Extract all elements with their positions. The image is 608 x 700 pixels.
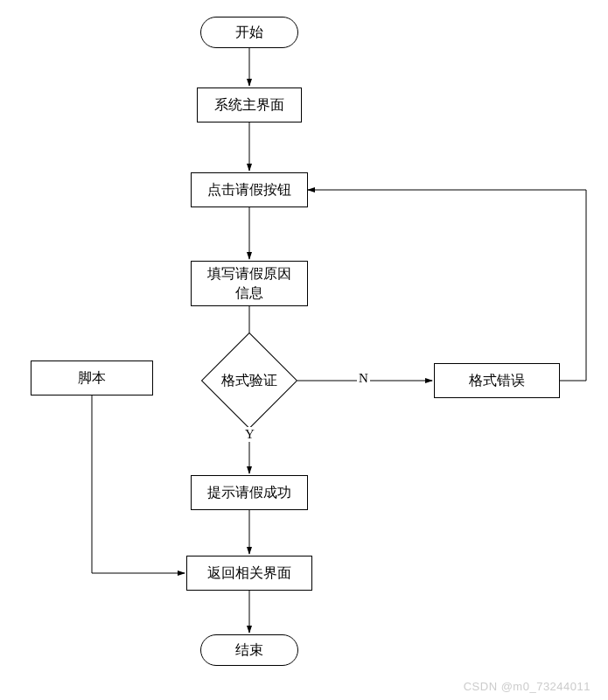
- return-ui-node: 返回相关界面: [186, 556, 312, 591]
- end-node: 结束: [200, 634, 298, 666]
- success-label: 提示请假成功: [207, 483, 291, 502]
- fill-reason-node: 填写请假原因 信息: [191, 261, 308, 306]
- validate-node: 格式验证: [201, 346, 297, 416]
- end-label: 结束: [235, 640, 263, 660]
- validate-label: 格式验证: [221, 372, 277, 390]
- branch-yes-label: Y: [243, 427, 256, 442]
- fill-reason-label: 填写请假原因 信息: [207, 264, 291, 304]
- click-leave-label: 点击请假按钮: [207, 180, 291, 200]
- click-leave-node: 点击请假按钮: [191, 172, 308, 207]
- flow-connectors: [0, 0, 608, 700]
- format-error-node: 格式错误: [434, 363, 560, 398]
- format-error-label: 格式错误: [469, 371, 525, 390]
- main-ui-node: 系统主界面: [197, 88, 302, 122]
- start-node: 开始: [200, 17, 298, 48]
- branch-no-label: N: [357, 371, 370, 386]
- return-ui-label: 返回相关界面: [207, 564, 291, 583]
- watermark-text: CSDN @m0_73244011: [464, 680, 591, 693]
- start-label: 开始: [235, 23, 263, 42]
- main-ui-label: 系统主界面: [214, 95, 284, 115]
- success-node: 提示请假成功: [191, 475, 308, 510]
- script-node: 脚本: [31, 360, 153, 396]
- script-label: 脚本: [78, 368, 106, 388]
